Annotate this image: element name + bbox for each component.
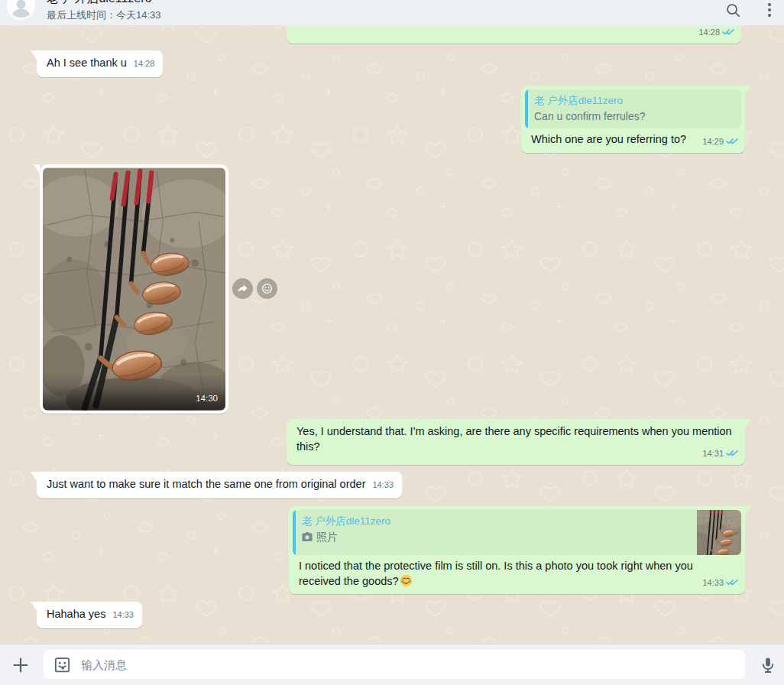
chat-header[interactable]: 老 户外店dle11zero 最后上线时间：今天14:33 — [0, 0, 784, 25]
contact-avatar[interactable] — [7, 0, 35, 20]
quoted-message[interactable]: 老 户外店dle11zero 照片 — [293, 510, 741, 555]
quoted-message[interactable]: 老 户外店dle11zero Can u confirm ferrules? — [525, 89, 741, 128]
camera-icon — [302, 532, 313, 542]
forward-button[interactable] — [232, 278, 253, 299]
menu-button[interactable] — [760, 0, 779, 20]
message-text: I noticed that the protective film is st… — [299, 560, 693, 587]
message-text: Just want to make sure it match the same… — [47, 477, 365, 492]
kebab-menu-icon — [762, 2, 777, 18]
message-bubble-incoming: Hahaha yes 14:33 — [37, 602, 142, 628]
forward-icon — [236, 282, 249, 295]
double-check-icon — [722, 28, 734, 36]
sticker-picker-button[interactable] — [53, 655, 71, 674]
quote-author: 老 户外店dle11zero — [302, 515, 688, 528]
message-time: 14:28 — [134, 57, 155, 72]
composer-bar — [0, 644, 784, 685]
message-text: Hahaha yes — [47, 607, 105, 622]
double-check-icon — [726, 137, 738, 145]
voice-message-button[interactable] — [757, 654, 779, 676]
contact-name: 老 户外店dle11zero — [47, 0, 152, 7]
message-input[interactable] — [79, 657, 736, 672]
emoji-react-icon — [261, 282, 274, 295]
message-bubble-outgoing: 老 户外店dle11zero 照片 I noticed that the pro… — [289, 506, 745, 594]
quote-photo-thumbnail — [697, 510, 741, 555]
message-input-container — [44, 650, 745, 679]
default-avatar-icon — [7, 0, 35, 20]
message-time: 14:30 — [196, 391, 218, 407]
quote-media-label: 照片 — [316, 530, 338, 544]
message-time: 14:33 — [372, 478, 394, 493]
whatsapp-chat-window: 老 户外店dle11zero 最后上线时间：今天14:33 14:28 Ah I… — [0, 0, 784, 685]
search-icon — [725, 2, 741, 18]
sticker-icon — [53, 656, 71, 674]
plus-icon — [11, 656, 30, 674]
double-check-icon — [726, 449, 738, 457]
react-button[interactable] — [257, 278, 277, 299]
message-text: Ah I see thank u — [47, 56, 127, 71]
microphone-icon — [759, 656, 777, 674]
message-bubble-incoming: Just want to make sure it match the same… — [37, 472, 402, 498]
message-bubble-outgoing: Yes, I understand that. I'm asking, are … — [287, 419, 745, 465]
message-time: 14:33 — [702, 576, 724, 591]
joy-emoji — [400, 574, 413, 592]
message-text: Yes, I understand that. I'm asking, are … — [296, 424, 738, 454]
search-button[interactable] — [723, 0, 743, 20]
message-time: 14:29 — [702, 135, 724, 150]
message-time: 14:33 — [112, 608, 134, 623]
double-check-icon — [726, 578, 738, 586]
quote-author: 老 户外店dle11zero — [534, 94, 734, 107]
message-time: 14:31 — [702, 446, 724, 462]
message-bubble-image[interactable]: 14:30 — [40, 164, 228, 414]
golf-clubs-photo — [43, 167, 225, 411]
message-bubble-outgoing: 老 户外店dle11zero Can u confirm ferrules? W… — [521, 86, 745, 153]
message-bubble-incoming: Ah I see thank u 14:28 — [37, 50, 163, 77]
last-seen-status: 最后上线时间：今天14:33 — [47, 8, 161, 22]
message-time: 14:28 — [698, 25, 720, 41]
attach-button[interactable] — [10, 654, 31, 676]
photo-message[interactable]: 14:30 — [43, 167, 225, 411]
message-hover-actions — [232, 278, 277, 299]
quote-text: Can u confirm ferrules? — [534, 109, 734, 123]
